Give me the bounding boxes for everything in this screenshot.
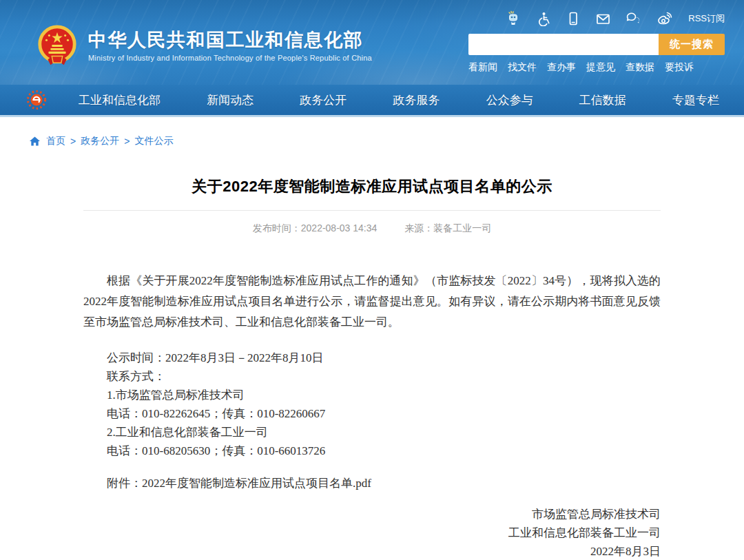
quick-link-complaint[interactable]: 要投诉 [665,61,694,74]
article-source: 来源：装备工业一司 [404,222,491,234]
site-title: 中华人民共和国工业和信息化部 [88,30,372,51]
rss-subscribe-link[interactable]: RSS订阅 [688,12,725,25]
quick-link-data[interactable]: 查数据 [626,61,654,74]
miit-e-logo-icon [25,88,48,112]
quick-link-documents[interactable]: 找文件 [508,61,537,74]
signature-org-2: 工业和信息化部装备工业一司 [83,523,661,542]
nav-item-gov-disclosure[interactable]: 政务公开 [300,92,347,108]
accessibility-icon[interactable] [536,11,551,26]
line-contact-org-1: 1.市场监管总局标准技术司 [83,386,661,404]
home-icon[interactable] [29,136,41,147]
mail-icon[interactable] [595,11,611,27]
weibo-icon[interactable] [657,10,674,28]
publish-time: 发布时间：2022-08-03 14:34 [253,222,378,234]
nav-item-industry-data[interactable]: 工信数据 [579,92,626,108]
article-body: 根据《关于开展2022年度智能制造标准应用试点工作的通知》（市监标技发〔2022… [83,271,661,560]
line-contact-phone-1: 电话：010-82262645；传真：010-82260667 [83,404,661,423]
main-nav: 工业和信息化部 新闻动态 政务公开 政务服务 公众参与 工信数据 专题专栏 [0,85,744,117]
quick-link-news[interactable]: 看新闻 [468,61,497,74]
signature-date: 2022年8月3日 [83,542,661,560]
breadcrumb-document-publicity[interactable]: 文件公示 [134,135,173,147]
signature-block: 市场监管总局标准技术司 工业和信息化部装备工业一司 2022年8月3日 [83,505,661,560]
nav-items: 工业和信息化部 新闻动态 政务公开 政务服务 公众参与 工信数据 专题专栏 [48,92,744,108]
signature-org-1: 市场监管总局标准技术司 [83,505,661,523]
site-subtitle: Ministry of Industry and Information Tec… [88,54,372,62]
header-right: RSS订阅 统一搜索 看新闻 找文件 查办事 提意见 查数据 要投诉 [468,10,725,74]
header-icon-row: RSS订阅 [468,10,725,28]
quick-link-feedback[interactable]: 提意见 [586,61,615,74]
site-header: 中华人民共和国工业和信息化部 Ministry of Industry and … [0,0,744,85]
article: 关于2022年度智能制造标准应用试点项目名单的公示 发布时间：2022-08-0… [83,176,661,560]
article-title: 关于2022年度智能制造标准应用试点项目名单的公示 [83,176,661,197]
nav-item-news[interactable]: 新闻动态 [207,92,254,108]
nav-item-miit[interactable]: 工业和信息化部 [79,92,161,108]
breadcrumb-separator: > [70,136,76,147]
national-emblem-icon [36,25,79,68]
site-brand[interactable]: 中华人民共和国工业和信息化部 Ministry of Industry and … [36,25,372,68]
nav-item-gov-services[interactable]: 政务服务 [393,92,440,108]
nav-item-special-topics[interactable]: 专题专栏 [672,92,719,108]
quick-link-services[interactable]: 查办事 [547,61,576,74]
nav-item-public-participation[interactable]: 公众参与 [486,92,533,108]
search-input[interactable] [468,34,659,55]
mobile-icon[interactable] [566,11,581,26]
search-bar: 统一搜索 [468,34,725,55]
breadcrumb-gov-disclosure[interactable]: 政务公开 [81,135,119,147]
title-divider [83,210,661,211]
breadcrumb: 首页 > 政务公开 > 文件公示 [29,135,744,147]
breadcrumb-home[interactable]: 首页 [46,135,65,147]
line-publicity-period: 公示时间：2022年8月3日－2022年8月10日 [83,349,661,367]
paragraph-main: 根据《关于开展2022年度智能制造标准应用试点工作的通知》（市监标技发〔2022… [83,271,661,333]
unified-search-button[interactable]: 统一搜索 [659,34,725,55]
wechat-icon[interactable] [626,10,642,27]
line-contact-phone-2: 电话：010-68205630；传真：010-66013726 [83,442,661,460]
line-contact-heading: 联系方式： [83,367,661,386]
line-contact-org-2: 2.工业和信息化部装备工业一司 [83,423,661,442]
attachment-link[interactable]: 附件：2022年度智能制造标准应用试点项目名单.pdf [83,474,661,492]
article-meta: 发布时间：2022-08-03 14:34 来源：装备工业一司 [83,222,661,235]
breadcrumb-separator: > [124,136,130,147]
quick-links-row: 看新闻 找文件 查办事 提意见 查数据 要投诉 [468,61,725,74]
robot-assistant-icon[interactable] [505,10,521,27]
